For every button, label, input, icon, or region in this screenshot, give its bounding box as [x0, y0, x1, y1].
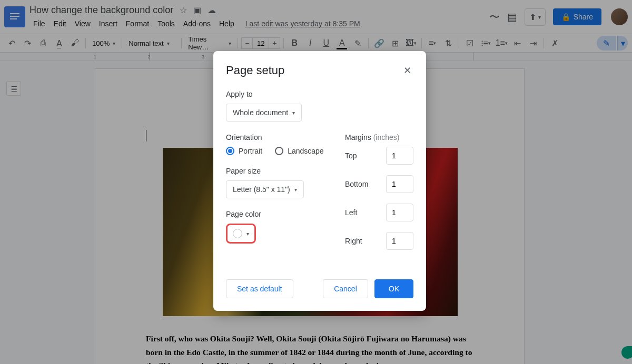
portrait-radio[interactable]: Portrait — [226, 147, 262, 155]
orientation-label: Orientation — [226, 133, 332, 141]
paper-size-select[interactable]: Letter (8.5" x 11") ▾ — [226, 180, 304, 198]
page-color-label: Page color — [226, 210, 332, 218]
dialog-title: Page setup — [226, 64, 284, 77]
margins-section: Margins (inches) Top Bottom Left Right — [345, 133, 413, 260]
landscape-radio[interactable]: Landscape — [275, 147, 324, 155]
close-button[interactable]: ✕ — [401, 64, 413, 77]
chevron-down-icon: ▾ — [292, 110, 295, 116]
page-setup-dialog: Page setup ✕ Apply to Whole document ▾ O… — [213, 51, 426, 311]
radio-checked-icon — [226, 147, 234, 155]
apply-to-select[interactable]: Whole document ▾ — [226, 104, 302, 122]
page-color-picker[interactable]: ▾ — [226, 224, 256, 244]
orientation-section: Orientation Portrait Landscape — [226, 133, 332, 155]
paper-size-section: Paper size Letter (8.5" x 11") ▾ — [226, 167, 332, 198]
margin-bottom-label: Bottom — [345, 180, 368, 188]
margin-left-label: Left — [345, 208, 357, 217]
color-swatch-icon — [233, 229, 242, 238]
margin-top-input[interactable] — [386, 147, 413, 165]
margin-right-label: Right — [345, 237, 362, 245]
ok-button[interactable]: OK — [374, 279, 413, 298]
chevron-down-icon: ▾ — [246, 231, 249, 237]
margin-right-input[interactable] — [386, 232, 413, 250]
margin-left-input[interactable] — [386, 204, 413, 221]
set-default-button[interactable]: Set as default — [226, 279, 293, 298]
paper-size-label: Paper size — [226, 167, 332, 175]
cancel-button[interactable]: Cancel — [323, 279, 368, 298]
apply-to-label: Apply to — [226, 90, 413, 98]
page-color-section: Page color ▾ — [226, 210, 332, 244]
margins-label: Margins (inches) — [345, 133, 413, 141]
radio-unchecked-icon — [275, 147, 283, 155]
apply-to-section: Apply to Whole document ▾ — [226, 90, 413, 122]
chevron-down-icon: ▾ — [294, 187, 297, 193]
margin-bottom-input[interactable] — [386, 175, 413, 193]
margin-top-label: Top — [345, 151, 357, 160]
